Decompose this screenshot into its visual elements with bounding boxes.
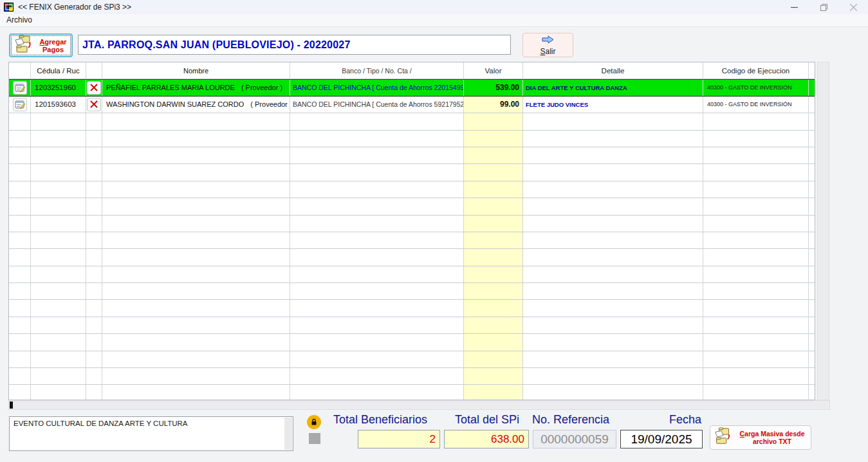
empty-cell: [9, 181, 31, 198]
empty-cell: [9, 317, 31, 333]
empty-table-row[interactable]: [9, 385, 815, 400]
observacion-textarea[interactable]: EVENTO CULTURAL DE DANZA ARTE Y CULTURA: [9, 416, 293, 451]
empty-table-row[interactable]: [9, 351, 815, 368]
empty-cell: [31, 266, 86, 282]
edit-row-icon[interactable]: [13, 81, 27, 95]
valor-cell[interactable]: 539.00: [464, 80, 523, 96]
empty-table-row[interactable]: [9, 334, 815, 351]
codigo-cell[interactable]: 40300 - GASTO DE INVERSIÓN: [703, 97, 809, 113]
empty-table-row[interactable]: [9, 249, 815, 266]
close-icon[interactable]: [838, 0, 868, 14]
salir-button[interactable]: Salir: [522, 33, 573, 57]
minimize-icon[interactable]: [779, 0, 809, 14]
empty-cell: [290, 317, 464, 333]
banco-cell[interactable]: BANCO DEL PICHINCHA [ Cuenta de Ahorros …: [290, 80, 464, 96]
empty-table-row[interactable]: [9, 113, 815, 130]
header-filler: [809, 62, 815, 79]
app-icon: [4, 3, 14, 12]
empty-cell: [464, 266, 523, 282]
cedula-cell[interactable]: 1203251960: [31, 80, 86, 96]
empty-cell: [86, 334, 102, 350]
empty-table-row[interactable]: [9, 300, 815, 317]
empty-cell: [290, 283, 464, 299]
fecha-field[interactable]: 19/09/2025: [620, 430, 703, 448]
nombre-cell[interactable]: PEÑAFIEL PARRALES MARIA LOURDE( Proveedo…: [102, 80, 290, 96]
empty-cell: [464, 216, 523, 232]
nombre-cell[interactable]: WASHINGTON DARWIN SUAREZ CORDO( Proveedo…: [102, 97, 290, 113]
vertical-scrollbar[interactable]: [817, 62, 829, 400]
table-body: 1203251960PEÑAFIEL PARRALES MARIA LOURDE…: [9, 79, 815, 400]
empty-cell: [102, 249, 290, 265]
menu-archivo[interactable]: Archivo: [0, 14, 37, 26]
filler-cell: [809, 97, 815, 113]
fecha-label: Fecha: [669, 413, 701, 427]
salir-label: Salir: [540, 47, 555, 56]
empty-cell: [523, 147, 703, 163]
empty-cell: [86, 351, 102, 367]
empty-table-row[interactable]: [9, 164, 815, 181]
horizontal-scrollbar[interactable]: [8, 400, 830, 410]
empty-cell: [102, 181, 290, 198]
empty-cell: [9, 368, 31, 384]
agregar-pagos-button[interactable]: AgregarPagos: [9, 33, 73, 57]
empty-cell: [9, 232, 31, 248]
empty-cell: [102, 147, 290, 163]
edit-row-icon[interactable]: [13, 98, 27, 111]
empty-cell: [523, 283, 703, 299]
empty-cell: [809, 113, 815, 129]
empty-table-row[interactable]: [9, 216, 815, 232]
carga-masiva-label: Carga Masiva desdearchivo TXT: [734, 430, 811, 445]
referencia-label: No. Referencia: [532, 413, 609, 427]
empty-table-row[interactable]: [9, 283, 815, 300]
table-row[interactable]: 1203251960PEÑAFIEL PARRALES MARIA LOURDE…: [9, 79, 815, 97]
empty-table-row[interactable]: [9, 147, 815, 164]
valor-cell[interactable]: 99.00: [464, 97, 523, 113]
empty-table-row[interactable]: [9, 266, 815, 283]
detalle-cell[interactable]: FLETE JUDO VINCES: [523, 97, 703, 113]
empty-cell: [290, 131, 464, 147]
carga-masiva-button[interactable]: Carga Masiva desdearchivo TXT: [710, 425, 811, 450]
empty-cell: [290, 385, 464, 400]
empty-table-row[interactable]: [9, 131, 815, 147]
empty-table-row[interactable]: [9, 317, 815, 334]
empty-table-row[interactable]: [9, 368, 815, 385]
header-detalle: Detalle: [523, 62, 703, 79]
header-icon-col: [9, 62, 31, 79]
empty-table-row[interactable]: [9, 232, 815, 249]
table-header-row: Cédula / Ruc Nombre Banco / Tipo / No. C…: [9, 62, 815, 79]
row-delete-cell: [86, 80, 102, 96]
empty-cell: [290, 351, 464, 367]
empty-cell: [9, 131, 31, 147]
window-title: << FENIX Generador de SPi3 >>: [18, 3, 131, 12]
codigo-cell[interactable]: 40300 - GASTO DE INVERSIÓN: [703, 80, 809, 96]
restore-icon[interactable]: [809, 0, 838, 14]
empty-cell: [102, 368, 290, 384]
delete-row-icon[interactable]: [87, 81, 101, 95]
horizontal-scrollbar-thumb[interactable]: [10, 402, 13, 409]
empty-cell: [703, 249, 809, 265]
cedula-cell[interactable]: 1201593603: [31, 97, 86, 113]
empty-table-row[interactable]: [9, 198, 815, 215]
detalle-cell[interactable]: DIA DEL ARTE Y CULTURA DANZA: [523, 80, 703, 96]
empty-cell: [290, 249, 464, 265]
empty-cell: [102, 266, 290, 282]
empty-cell: [703, 164, 809, 180]
empty-cell: [290, 198, 464, 214]
delete-row-icon[interactable]: [87, 98, 101, 111]
table-row[interactable]: 1201593603WASHINGTON DARWIN SUAREZ CORDO…: [9, 97, 815, 114]
empty-cell: [102, 216, 290, 232]
empty-table-row[interactable]: [9, 181, 815, 198]
total-spi-field: 638.00: [444, 430, 529, 448]
empty-cell: [703, 266, 809, 282]
lock-icon[interactable]: [307, 415, 321, 429]
empty-cell: [464, 232, 523, 248]
empty-cell: [31, 317, 86, 333]
header-valor: Valor: [464, 62, 523, 79]
entity-input[interactable]: JTA. PARROQ.SAN JUAN (PUEBLOVIEJO) - 202…: [78, 35, 511, 55]
observacion-scrollbar[interactable]: [284, 418, 292, 450]
empty-cell: [9, 283, 31, 299]
empty-cell: [86, 283, 102, 299]
banco-cell[interactable]: BANCO DEL PICHINCHA [ Cuenta de Ahorros …: [290, 97, 464, 113]
empty-cell: [290, 300, 464, 316]
empty-cell: [290, 164, 464, 180]
